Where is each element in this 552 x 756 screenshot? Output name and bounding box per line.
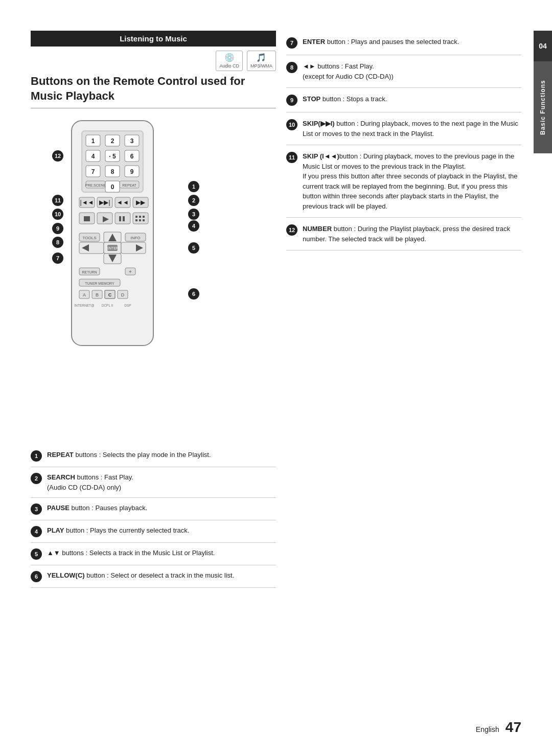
disc-icon-audio-cd: 💿 Audio CD: [216, 51, 243, 71]
item-text: ▲▼ buttons : Selects a track in the Musi…: [47, 548, 215, 558]
right-list-item: 9STOP button : Stops a track.: [286, 88, 521, 112]
right-item-number: 9: [286, 95, 297, 106]
annot-10: 10: [52, 209, 63, 220]
listening-banner: Listening to Music: [31, 31, 276, 47]
item-text: REPEAT buttons : Selects the play mode i…: [47, 450, 211, 460]
svg-rect-45: [135, 219, 137, 221]
item-number: 5: [31, 548, 42, 560]
svg-text:▶▶: ▶▶: [136, 199, 146, 206]
annot-3: 3: [188, 209, 199, 220]
svg-text:|◄◄: |◄◄: [80, 199, 94, 206]
right-item-number: 8: [286, 62, 297, 73]
item-number: 2: [31, 473, 42, 484]
list-item: 6YELLOW(C) button : Select or deselect a…: [31, 565, 276, 588]
right-list-item: 10SKIP(▶▶I) button : During playback, mo…: [286, 112, 521, 145]
annot-7: 7: [52, 253, 63, 264]
side-tab: Basic Functions: [534, 61, 552, 153]
svg-text:3: 3: [130, 138, 134, 145]
list-item: 1REPEAT buttons : Selects the play mode …: [31, 445, 276, 467]
svg-text:INFO: INFO: [130, 236, 140, 240]
annot-4: 4: [188, 220, 199, 232]
footer: English 47: [476, 719, 521, 736]
svg-rect-43: [139, 216, 141, 218]
svg-rect-35: [84, 216, 90, 221]
right-item-number: 11: [286, 152, 297, 163]
svg-text:DCPL II: DCPL II: [102, 304, 113, 307]
svg-text:◄◄: ◄◄: [117, 199, 129, 206]
list-item: 3PAUSE button : Pauses playback.: [31, 498, 276, 520]
svg-text:ENTER: ENTER: [106, 246, 119, 250]
right-item-number: 7: [286, 37, 297, 49]
disc-icons: 💿 Audio CD 🎵 MP3/WMA: [31, 51, 276, 71]
annot-5: 5: [188, 242, 199, 254]
footer-label: English: [476, 725, 499, 734]
svg-text:· 5: · 5: [109, 153, 116, 160]
right-list-item: 7ENTER button : Plays and pauses the sel…: [286, 31, 521, 55]
list-item: 5▲▼ buttons : Selects a track in the Mus…: [31, 543, 276, 565]
annot-9: 9: [52, 223, 63, 234]
item-number: 6: [31, 571, 42, 582]
right-list-item: 8◄► buttons : Fast Play.(except for Audi…: [286, 55, 521, 88]
svg-text:B: B: [96, 292, 99, 297]
svg-text:6: 6: [130, 153, 134, 160]
footer-number: 47: [505, 719, 521, 735]
right-item-text: ◄► buttons : Fast Play.(except for Audio…: [303, 61, 394, 81]
right-item-number: 10: [286, 119, 297, 130]
item-text: SEARCH buttons : Fast Play.(Audio CD (CD…: [47, 472, 133, 492]
annot-6: 6: [188, 288, 199, 300]
svg-rect-46: [139, 219, 141, 221]
side-tab-number: 04: [534, 31, 552, 61]
svg-text:A: A: [83, 292, 86, 297]
svg-text:+: +: [129, 269, 132, 274]
right-item-number: 12: [286, 224, 297, 236]
annot-11: 11: [52, 195, 63, 206]
svg-text:1: 1: [91, 138, 95, 145]
annot-8: 8: [52, 237, 63, 248]
annot-12: 12: [52, 150, 63, 162]
page-container: 04 Basic Functions Listening to Music 💿 …: [0, 0, 552, 756]
svg-rect-39: [119, 216, 121, 221]
annot-2: 2: [188, 195, 199, 206]
right-item-text: SKIP(▶▶I) button : During playback, move…: [303, 119, 521, 139]
item-number: 3: [31, 503, 42, 515]
item-text: YELLOW(C) button : Select or deselect a …: [47, 570, 234, 581]
right-item-text: STOP button : Stops a track.: [303, 94, 387, 104]
right-list-item: 12NUMBER button : During the Playlist pl…: [286, 218, 521, 250]
section-title: Buttons on the Remote Control used for M…: [31, 74, 276, 108]
annot-1: 1: [188, 181, 199, 192]
svg-text:7: 7: [91, 168, 95, 175]
svg-text:D: D: [121, 292, 125, 297]
svg-text:DSP: DSP: [124, 304, 131, 307]
item-text: PLAY button : Plays the currently select…: [47, 525, 189, 536]
svg-text:C: C: [108, 292, 112, 297]
svg-text:RETURN: RETURN: [82, 270, 97, 274]
list-item: 4PLAY button : Plays the currently selec…: [31, 520, 276, 543]
list-item: 2SEARCH buttons : Fast Play.(Audio CD (C…: [31, 467, 276, 498]
svg-text:4: 4: [91, 153, 95, 160]
svg-rect-47: [143, 219, 145, 221]
svg-rect-42: [135, 216, 137, 218]
right-item-text: SKIP (I◄◄)button : During playback, move…: [303, 151, 521, 211]
svg-text:TOOLS: TOOLS: [83, 236, 97, 240]
svg-text:PRE.SCENE: PRE.SCENE: [85, 184, 106, 187]
svg-rect-44: [143, 216, 145, 218]
left-column: Listening to Music 💿 Audio CD 🎵 MP3/WMA …: [31, 31, 276, 362]
item-number: 1: [31, 450, 42, 462]
svg-text:9: 9: [130, 168, 134, 175]
right-item-text: NUMBER button : During the Playlist play…: [303, 224, 521, 244]
svg-text:▶▶|: ▶▶|: [99, 199, 110, 206]
svg-text:TUNER MEMORY: TUNER MEMORY: [85, 282, 114, 285]
svg-text:2: 2: [111, 138, 114, 145]
right-list-item: 11SKIP (I◄◄)button : During playback, mo…: [286, 145, 521, 218]
right-column: 7ENTER button : Plays and pauses the sel…: [286, 31, 521, 250]
svg-text:8: 8: [111, 168, 114, 175]
bottom-list: 1REPEAT buttons : Selects the play mode …: [31, 445, 276, 588]
remote-illustration: 1 2 3 4 · 5 6 7: [31, 116, 194, 362]
svg-rect-41: [133, 213, 148, 224]
svg-text:0: 0: [111, 184, 114, 191]
svg-text:REPEAT: REPEAT: [122, 184, 136, 187]
svg-rect-40: [123, 216, 125, 221]
right-item-text: ENTER button : Plays and pauses the sele…: [303, 37, 459, 47]
item-text: PAUSE button : Pauses playback.: [47, 503, 147, 513]
disc-icon-mp3wma: 🎵 MP3/WMA: [247, 51, 276, 71]
